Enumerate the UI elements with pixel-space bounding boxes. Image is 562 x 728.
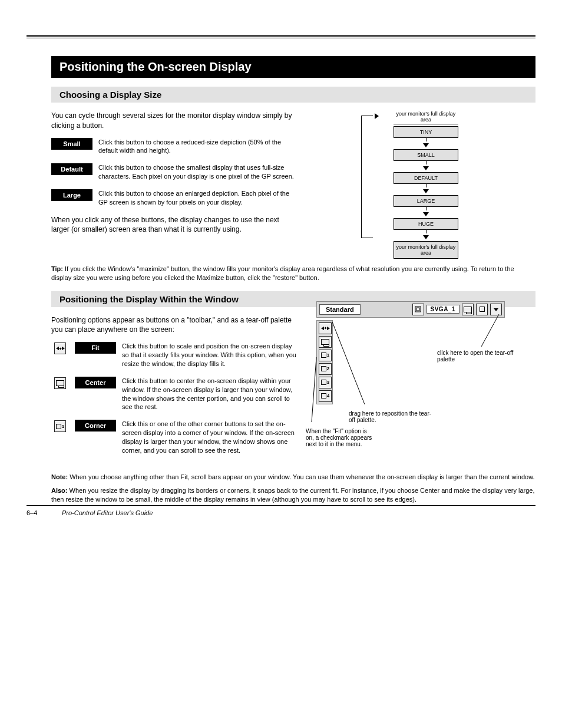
note-1-text: When you choose anything other than Fit,… <box>68 473 534 480</box>
flow-box-small: SMALL <box>394 149 458 161</box>
large-desc: Click this button to choose an enlarged … <box>98 189 299 207</box>
section1-tip: Tip: If you click the Window's "maximize… <box>51 265 535 282</box>
footer-doc-title: Pro-Control Editor User's Guide <box>62 509 535 516</box>
flow-box-tiny: TINY <box>394 126 458 138</box>
tearoff-palette[interactable]: 1 2 3 4 <box>316 320 333 404</box>
callout-drag: drag here to reposition the tear-off pal… <box>349 410 437 423</box>
small-desc: Click this button to choose a reduced-si… <box>98 138 299 156</box>
flow-diagram: your monitor's full display area TINY SM… <box>373 111 479 259</box>
corner-desc: Click this or one of the other corner bu… <box>122 420 299 454</box>
small-button[interactable]: Small <box>51 138 92 150</box>
top-rule <box>27 35 535 38</box>
section1-after: When you click any of these buttons, the… <box>51 215 299 235</box>
flow-top-label: your monitor's full display area <box>394 111 458 124</box>
flow-box-huge: HUGE <box>394 218 458 230</box>
center-button[interactable]: Center <box>75 377 116 388</box>
toolbar-monitor-icon[interactable] <box>462 304 474 315</box>
toolbar-doc-icon[interactable] <box>412 304 424 315</box>
palette-center-icon[interactable] <box>319 336 332 348</box>
center-icon <box>51 377 69 390</box>
palette-corner2-icon[interactable]: 2 <box>319 363 332 375</box>
section1-intro: You can cycle through several sizes for … <box>51 111 299 131</box>
fit-desc: Click this button to scale and position … <box>122 342 299 368</box>
toolbar-standard[interactable]: Standard <box>319 304 361 315</box>
svg-rect-1 <box>416 308 419 311</box>
note-2: Also: When you resize the display by dra… <box>51 486 535 505</box>
section2-intro: Positioning options appear as buttons on… <box>51 315 299 335</box>
corner-icon: 1 <box>51 420 69 433</box>
toolbar-figure: Standard SVGA_1 1 2 3 4 <box>316 301 505 404</box>
svg-line-2 <box>481 314 499 347</box>
footer-page-number: 6–4 <box>27 509 62 516</box>
svg-line-3 <box>332 322 365 404</box>
callout-checkmark: When the "Fit" option is on, a checkmark… <box>306 428 376 447</box>
tip-label: Tip: <box>51 265 63 272</box>
section1-title: Choosing a Display Size <box>51 87 535 103</box>
page-footer: 6–4 Pro-Control Editor User's Guide <box>27 505 535 516</box>
note-1-label: Note: <box>51 473 68 480</box>
default-button[interactable]: Default <box>51 163 92 175</box>
flow-box-full: your monitor's full display area <box>394 241 458 259</box>
svg-line-4 <box>312 357 316 422</box>
flow-box-large: LARGE <box>394 195 458 207</box>
default-desc: Click this button to choose the smallest… <box>98 163 299 181</box>
callout-tearoff: click here to open the tear-off palette <box>437 350 514 363</box>
page-banner: Positioning the On-screen Display <box>51 56 535 78</box>
fit-icon <box>51 342 69 355</box>
toolbar-svga[interactable]: SVGA_1 <box>427 305 459 314</box>
note-1: Note: When you choose anything other tha… <box>51 473 535 482</box>
palette-corner3-icon[interactable]: 3 <box>319 377 332 388</box>
toolbar-dropdown-icon[interactable] <box>490 304 502 315</box>
note-2-text: When you resize the display by dragging … <box>51 487 535 503</box>
note-2-label: Also: <box>51 487 68 494</box>
tip-text: If you click the Window's "maximize" but… <box>51 265 514 281</box>
flow-box-default: DEFAULT <box>394 172 458 184</box>
svg-rect-0 <box>415 307 421 312</box>
fit-button[interactable]: Fit <box>75 342 116 354</box>
large-button[interactable]: Large <box>51 189 92 201</box>
corner-button[interactable]: Corner <box>75 420 116 431</box>
center-desc: Click this button to center the on-scree… <box>122 377 299 411</box>
palette-corner4-icon[interactable]: 4 <box>319 390 332 402</box>
toolbar-square-icon[interactable] <box>476 304 488 315</box>
palette-corner1-icon[interactable]: 1 <box>319 350 332 361</box>
palette-fit-icon[interactable] <box>319 322 332 334</box>
